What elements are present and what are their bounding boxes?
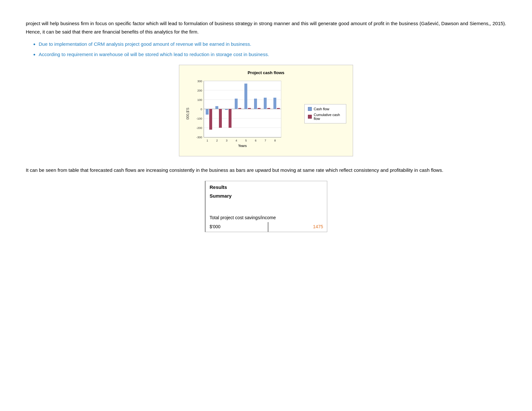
- chart-area: 000,$'S: [186, 78, 346, 150]
- svg-rect-20: [229, 109, 232, 128]
- svg-text:5: 5: [245, 139, 247, 142]
- svg-text:6: 6: [255, 139, 256, 142]
- bullet-list: Due to implementation of CRM analysis pr…: [39, 40, 506, 58]
- results-heading-cell: Results: [205, 181, 327, 191]
- results-value-cell: 1475: [268, 222, 327, 232]
- svg-rect-19: [225, 109, 228, 110]
- svg-text:0: 0: [201, 108, 202, 111]
- chart-with-legend: 300 200 100 0 -100 -200 -300: [191, 78, 346, 150]
- chart-container: Project cash flows 000,$'S: [26, 65, 506, 156]
- svg-text:-100: -100: [196, 117, 202, 120]
- legend-label-cumulative: Cumulative cash flow: [314, 113, 343, 121]
- svg-rect-16: [209, 109, 212, 130]
- chart-legend: Cash flow Cumulative cash flow: [304, 104, 346, 123]
- paragraph-1: project will help business firm in focus…: [26, 19, 506, 36]
- svg-rect-17: [215, 106, 218, 109]
- legend-label-cashflow: Cash flow: [314, 107, 329, 111]
- results-heading-row: Results: [205, 181, 327, 191]
- svg-text:300: 300: [197, 80, 202, 83]
- svg-text:4: 4: [235, 139, 237, 142]
- results-currency-label: $'000: [205, 222, 268, 232]
- results-label1-row: Total project cost savings/income: [205, 210, 327, 222]
- svg-rect-29: [273, 98, 276, 109]
- legend-box-cashflow: [308, 107, 312, 111]
- svg-rect-22: [238, 108, 241, 109]
- svg-rect-18: [219, 109, 222, 128]
- results-blank-cell: [205, 202, 327, 210]
- svg-text:100: 100: [197, 98, 202, 102]
- svg-text:8: 8: [274, 139, 276, 142]
- y-axis-label: 000,$'S: [186, 78, 190, 150]
- legend-item-cumulative: Cumulative cash flow: [308, 113, 343, 121]
- svg-text:1: 1: [206, 139, 208, 142]
- results-subheading-row: Summary: [205, 191, 327, 202]
- chart-outer: Project cash flows 000,$'S: [179, 65, 353, 156]
- svg-rect-30: [277, 108, 280, 109]
- svg-rect-21: [235, 99, 238, 109]
- paragraph-2: It can be seen from table that forecaste…: [26, 166, 506, 174]
- svg-text:2: 2: [216, 139, 218, 142]
- chart-svg: 300 200 100 0 -100 -200 -300: [191, 78, 300, 149]
- svg-text:7: 7: [264, 139, 266, 142]
- svg-rect-28: [267, 108, 270, 109]
- results-subheading-cell: Summary: [205, 191, 327, 202]
- svg-rect-23: [244, 83, 247, 109]
- results-blank-row: [205, 202, 327, 210]
- svg-text:-300: -300: [196, 136, 202, 139]
- chart-title: Project cash flows: [186, 70, 346, 75]
- svg-rect-25: [254, 99, 257, 109]
- results-label1-cell: Total project cost savings/income: [205, 210, 327, 222]
- svg-rect-24: [248, 108, 251, 109]
- svg-rect-15: [206, 109, 209, 115]
- svg-text:Years: Years: [238, 144, 247, 148]
- legend-item-cashflow: Cash flow: [308, 107, 343, 111]
- results-table: Results Summary Total project cost savin…: [205, 181, 327, 232]
- svg-text:200: 200: [197, 89, 202, 92]
- results-value-row: $'000 1475: [205, 222, 327, 232]
- legend-box-cumulative: [308, 115, 312, 119]
- bullet-item-1: Due to implementation of CRM analysis pr…: [39, 40, 506, 48]
- svg-text:3: 3: [226, 139, 227, 142]
- svg-text:-200: -200: [196, 126, 202, 130]
- chart-inner: 300 200 100 0 -100 -200 -300: [191, 78, 300, 150]
- bullet-item-2: According to requirement in warehouse oi…: [39, 51, 506, 58]
- svg-rect-27: [264, 98, 267, 109]
- results-table-wrap: Results Summary Total project cost savin…: [26, 181, 506, 232]
- svg-rect-26: [258, 108, 261, 109]
